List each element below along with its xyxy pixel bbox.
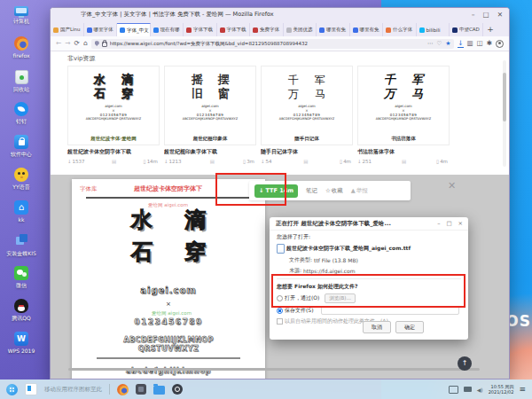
tab-nali-ziti[interactable]: 哪里字体 <box>84 23 118 36</box>
library-icon[interactable]: ▥ <box>467 39 473 48</box>
tab-favicon <box>319 27 325 33</box>
tab-nali-youmian-1[interactable]: 哪里有免 <box>317 23 350 36</box>
desktop-icon-wps[interactable]: WPS 2019 <box>0 332 43 364</box>
extensions-icon[interactable]: ✱ <box>487 39 492 48</box>
note-icon: ▤ <box>402 159 406 164</box>
tab-mianfei-ziti[interactable]: 免费字体 <box>250 23 284 36</box>
browse-button[interactable]: 浏览(B)… <box>325 293 356 303</box>
window-titlebar[interactable]: 字体_中文字体 | 英文字体 | 书法字体 免费下载 - 爱给网 — Mozil… <box>51 8 509 21</box>
launcher-icon[interactable] <box>6 384 18 395</box>
desktop-icon-kingdee[interactable]: 安装金蝶KIS <box>0 233 43 266</box>
desktop-icon-kk[interactable]: kk <box>0 200 43 233</box>
modal-close-icon[interactable]: ✕ <box>448 180 456 192</box>
desktop-icon-wechat[interactable]: 微信 <box>0 266 43 299</box>
bookmark-star-icon[interactable]: ★ <box>445 40 450 47</box>
taskbar-app-store-icon[interactable] <box>172 384 183 395</box>
tab-zhongwang-cad[interactable]: 中望CAD <box>450 23 483 36</box>
multitasking-icon[interactable] <box>25 383 37 395</box>
save-file-radio[interactable] <box>277 308 283 314</box>
dialog-titlebar[interactable]: 正在打开 超世纪波卡体空阴字体下载_爱给... – □ × <box>270 217 468 231</box>
note-icon: ▤ <box>303 159 308 164</box>
keyboard-tray-icon[interactable] <box>464 387 472 392</box>
volume-icon[interactable]: ◀) <box>477 387 483 393</box>
tab-ziti-active[interactable]: 字体_中文× <box>117 23 151 36</box>
dialog-minimize-button[interactable]: – <box>437 220 440 227</box>
remember-checkbox[interactable] <box>277 318 283 325</box>
desktop-icon-dingtalk[interactable]: 钉钉 <box>0 102 43 135</box>
font-card-row: 水 滴 石 穿 aigei.com × 0123456789 ABCDEFGHI… <box>67 66 450 164</box>
report-button[interactable]: ▲举报 <box>351 187 368 195</box>
sidebar-icon[interactable]: ◫ <box>477 39 483 48</box>
url-bar[interactable]: https://www.aigei.com/font/?wd=免费字体下载网&b… <box>91 39 455 49</box>
tab-nali-youmian-2[interactable]: 哪里有免 <box>350 23 384 36</box>
note-button[interactable]: 笔记 <box>306 187 317 195</box>
font-detail-overlay: 字体库 超世纪波卡体空阴字体下 爱给网 aigei.com 水 滴 石 穿 ai… <box>51 175 509 379</box>
display-tray-icon[interactable] <box>449 386 458 394</box>
desktop-icon-yy-voice[interactable]: YY语音 <box>0 168 43 200</box>
tracking-shield-icon[interactable] <box>95 41 99 46</box>
page-actions-icon[interactable]: ⋯ <box>427 40 434 47</box>
downloads-icon[interactable]: ↓ <box>458 39 463 48</box>
taskbar-firefox-icon[interactable] <box>117 384 129 395</box>
ok-button[interactable]: 确定 <box>395 321 424 333</box>
pocket-icon[interactable]: ♡ <box>437 40 442 47</box>
cancel-button[interactable]: 取消 <box>363 321 391 333</box>
dialog-close-button[interactable]: × <box>458 220 463 227</box>
clock[interactable]: 10:55 周四 2021/12/02 <box>489 384 514 395</box>
forward-icon[interactable]: → <box>65 39 70 48</box>
tab-bilibili[interactable]: bilibili <box>417 23 450 36</box>
desktop-icon-trash[interactable]: 回收站 <box>0 69 43 102</box>
font-card-title[interactable]: 随手日记体字体 <box>261 148 353 156</box>
desktop-icon-computer[interactable]: 计算机 <box>0 4 43 36</box>
download-count-icon: ↓ <box>357 159 362 164</box>
window-title: 字体_中文字体 | 英文字体 | 书法字体 免费下载 - 爱给网 — Mozil… <box>81 11 274 19</box>
tab-xianzai-youna[interactable]: 现在有哪 <box>151 23 184 36</box>
new-tab-button[interactable]: + <box>483 23 498 36</box>
font-preview[interactable]: 千 军 万 马 aigei.com × 0123456789 ABCDEFGHI… <box>357 66 450 145</box>
save-path-field[interactable] <box>321 306 460 315</box>
desktop-icon-software-center[interactable]: 软件中心 <box>0 135 43 168</box>
back-to-top-button[interactable]: ↑ <box>458 356 472 371</box>
font-card-title[interactable]: 超世纪棍印象字体下载 <box>164 148 256 156</box>
scrollbar-thumb[interactable] <box>503 73 506 121</box>
tab-shenme-ziti[interactable]: 什么字体 <box>383 23 417 36</box>
taskbar-file-manager-icon[interactable] <box>153 386 165 395</box>
file-size-icon: ▯ <box>436 159 439 164</box>
font-card-title[interactable]: 书法坊落体字体 <box>357 148 450 156</box>
download-icon: ↓ <box>259 187 263 194</box>
horizontal-scrollbar[interactable] <box>68 368 480 371</box>
window-close-button[interactable]: ✕ <box>497 11 503 19</box>
desktop-icon-qq[interactable]: 腾讯QQ <box>0 299 43 332</box>
window-maximize-button[interactable]: □ <box>483 11 489 19</box>
font-preview[interactable]: 水 滴 石 穿 aigei.com × 0123456789 ABCDEFGHI… <box>67 66 160 145</box>
tab-favicon <box>419 27 425 33</box>
account-icon[interactable] <box>496 40 504 48</box>
tab-ziti-xiazai-2[interactable]: 字体下载 <box>217 23 251 36</box>
download-count-icon: ↓ <box>164 159 168 164</box>
ttf-file-icon <box>277 244 285 254</box>
tab-meituan[interactable]: 美团优选 <box>284 23 317 36</box>
font-card-3: 千 军 万 马 aigei.com × 0123456789 ABCDEFGHI… <box>261 66 353 164</box>
dialog-maximize-button[interactable]: □ <box>446 220 451 227</box>
open-with-radio[interactable] <box>277 295 283 301</box>
window-minimize-button[interactable]: – <box>472 11 475 19</box>
font-preview[interactable]: 摇 摆 旧 窗 aigei.com × 0123456789 ABCDEFGHI… <box>164 66 256 145</box>
tab-guochan-linux[interactable]: 国产Linu <box>51 23 84 36</box>
font-card-title[interactable]: 超世纪波卡体空阴字体下载 <box>67 148 160 156</box>
taskbar-app-icon[interactable] <box>136 384 146 395</box>
reload-icon[interactable]: ⟳ <box>74 39 80 48</box>
url-text: https://www.aigei.com/font/?wd=免费字体下载网&b… <box>110 41 425 47</box>
download-dialog: 正在打开 超世纪波卡体空阴字体下载_爱给... – □ × 您选择了打开: 超世… <box>270 217 468 340</box>
favorite-button[interactable]: ☆收藏 <box>325 187 343 195</box>
tab-ziti-xiazai-1[interactable]: 字体下载 <box>184 23 217 36</box>
lock-icon[interactable] <box>102 42 107 47</box>
desktop-icon-firefox[interactable]: firefox <box>0 36 43 69</box>
dialog-divider <box>277 278 461 279</box>
library-label[interactable]: 字体库 <box>80 185 98 193</box>
back-icon[interactable]: ← <box>56 39 61 48</box>
font-preview[interactable]: 千 军 万 马 aigei.com × 0123456789 ABCDEFGHI… <box>261 66 353 145</box>
vertical-scrollbar[interactable] <box>503 60 506 167</box>
power-menu-icon[interactable]: ≡ <box>519 385 526 394</box>
ttf-download-button[interactable]: ↓ TTF 14m <box>254 184 298 198</box>
home-icon[interactable]: ⌂ <box>83 39 88 48</box>
